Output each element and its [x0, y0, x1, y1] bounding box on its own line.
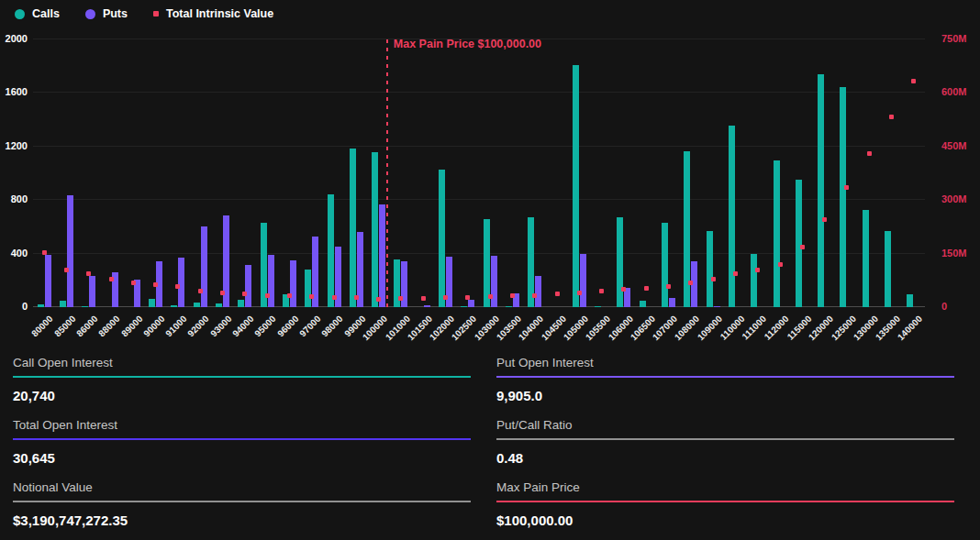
legend-item-calls[interactable]: Calls — [15, 7, 60, 20]
intrinsic-dot[interactable] — [153, 282, 158, 287]
call-bar[interactable] — [506, 306, 512, 307]
put-bar[interactable] — [468, 300, 474, 307]
put-bar[interactable] — [424, 305, 430, 307]
call-bar[interactable] — [216, 303, 222, 307]
call-bar[interactable] — [60, 301, 66, 307]
intrinsic-dot[interactable] — [555, 292, 560, 296]
intrinsic-dot[interactable] — [867, 151, 872, 156]
intrinsic-dot[interactable] — [220, 291, 225, 295]
call-bar[interactable] — [863, 210, 869, 307]
put-bar[interactable] — [379, 204, 385, 307]
call-bar[interactable] — [707, 231, 713, 307]
y-axis-right-tick: 0 — [941, 301, 980, 312]
intrinsic-dot[interactable] — [822, 217, 827, 222]
call-bar[interactable] — [640, 301, 646, 307]
gridline — [33, 199, 925, 200]
intrinsic-dot[interactable] — [755, 268, 760, 272]
call-bar[interactable] — [595, 306, 601, 307]
call-bar[interactable] — [305, 270, 311, 307]
intrinsic-dot[interactable] — [711, 277, 716, 281]
plot-area[interactable]: Max Pain Price $100,000.00 — [33, 39, 925, 307]
intrinsic-dot[interactable] — [621, 287, 626, 292]
intrinsic-dot[interactable] — [265, 293, 270, 298]
intrinsic-dot[interactable] — [376, 297, 381, 302]
call-bar[interactable] — [350, 149, 356, 307]
put-bar[interactable] — [535, 276, 541, 307]
put-bar[interactable] — [268, 255, 274, 307]
intrinsic-dot[interactable] — [465, 295, 470, 300]
put-bar[interactable] — [669, 298, 675, 307]
call-bar[interactable] — [82, 306, 88, 307]
put-bar[interactable] — [178, 258, 184, 307]
put-bar[interactable] — [580, 254, 586, 307]
intrinsic-dot[interactable] — [844, 185, 849, 190]
call-bar[interactable] — [617, 217, 623, 307]
intrinsic-marker-icon — [153, 11, 159, 17]
intrinsic-dot[interactable] — [688, 281, 693, 285]
intrinsic-dot[interactable] — [889, 115, 894, 119]
legend-item-intrinsic[interactable]: Total Intrinsic Value — [153, 7, 273, 20]
call-bar[interactable] — [774, 160, 780, 307]
put-bar[interactable] — [67, 195, 73, 307]
x-axis-label: 93000 — [208, 314, 233, 338]
call-bar[interactable] — [662, 223, 668, 307]
call-bar[interactable] — [38, 304, 44, 307]
call-bar[interactable] — [907, 294, 913, 307]
intrinsic-dot[interactable] — [86, 271, 91, 276]
calls-marker-icon — [15, 9, 25, 19]
intrinsic-dot[interactable] — [354, 295, 359, 300]
call-bar[interactable] — [751, 254, 757, 307]
call-bar[interactable] — [461, 306, 467, 307]
intrinsic-dot[interactable] — [443, 295, 448, 300]
intrinsic-dot[interactable] — [532, 293, 537, 298]
intrinsic-dot[interactable] — [64, 268, 69, 272]
intrinsic-dot[interactable] — [287, 293, 292, 298]
put-bar[interactable] — [714, 306, 720, 307]
intrinsic-dot[interactable] — [911, 79, 916, 83]
intrinsic-dot[interactable] — [42, 250, 47, 255]
intrinsic-dot[interactable] — [666, 284, 671, 289]
put-bar[interactable] — [45, 255, 51, 307]
stat-notional-value: Notional Value $3,190,747,272.35 — [13, 480, 471, 528]
intrinsic-dot[interactable] — [242, 292, 247, 296]
intrinsic-dot[interactable] — [733, 271, 738, 276]
put-bar[interactable] — [491, 256, 497, 307]
intrinsic-dot[interactable] — [577, 291, 582, 295]
intrinsic-dot[interactable] — [488, 294, 493, 299]
intrinsic-dot[interactable] — [309, 294, 314, 299]
x-axis-label: 89000 — [119, 314, 144, 338]
call-bar[interactable] — [840, 87, 846, 307]
intrinsic-dot[interactable] — [109, 277, 114, 281]
call-bar[interactable] — [729, 126, 735, 307]
call-bar[interactable] — [171, 305, 177, 307]
put-bar[interactable] — [89, 276, 95, 307]
intrinsic-dot[interactable] — [599, 289, 604, 293]
intrinsic-dot[interactable] — [175, 284, 180, 289]
gridline — [33, 92, 925, 93]
intrinsic-dot[interactable] — [421, 296, 426, 301]
intrinsic-dot[interactable] — [398, 296, 403, 301]
put-bar[interactable] — [201, 226, 207, 307]
intrinsic-dot[interactable] — [800, 245, 805, 249]
call-bar[interactable] — [796, 180, 802, 307]
intrinsic-dot[interactable] — [644, 286, 649, 291]
call-bar[interactable] — [194, 303, 200, 307]
call-bar[interactable] — [328, 194, 334, 307]
call-bar[interactable] — [149, 299, 155, 307]
intrinsic-dot[interactable] — [131, 281, 136, 285]
put-bar[interactable] — [245, 265, 251, 307]
intrinsic-dot[interactable] — [510, 293, 515, 298]
call-bar[interactable] — [372, 152, 378, 307]
call-bar[interactable] — [573, 65, 579, 307]
stat-underline — [13, 376, 471, 378]
call-bar[interactable] — [238, 300, 244, 307]
put-bar[interactable] — [290, 260, 296, 307]
x-axis-label: 96000 — [275, 314, 300, 338]
call-bar[interactable] — [818, 74, 824, 307]
legend-item-puts[interactable]: Puts — [85, 7, 128, 20]
intrinsic-dot[interactable] — [332, 295, 337, 300]
intrinsic-dot[interactable] — [778, 262, 783, 267]
intrinsic-dot[interactable] — [198, 289, 203, 293]
call-bar[interactable] — [885, 231, 891, 307]
call-bar[interactable] — [439, 170, 445, 307]
